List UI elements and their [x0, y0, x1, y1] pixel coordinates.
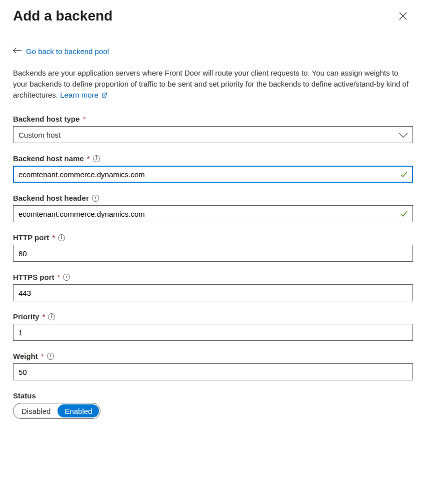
label-https-port: HTTPS port * — [13, 273, 413, 281]
go-back-row: Go back to backend pool — [13, 47, 413, 56]
label-text: Weight — [13, 352, 38, 360]
status-toggle: Disabled Enabled — [13, 403, 100, 419]
field-weight: Weight * — [13, 352, 413, 380]
close-icon — [399, 12, 407, 20]
backend-host-type-dropdown[interactable]: Custom host — [13, 126, 413, 143]
status-disabled-option[interactable]: Disabled — [14, 404, 58, 417]
field-backend-host-type: Backend host type * Custom host — [13, 115, 413, 143]
label-text: HTTP port — [13, 233, 49, 242]
label-backend-host-name: Backend host name * — [13, 154, 413, 163]
info-icon[interactable] — [92, 195, 99, 202]
label-text: Backend host name — [13, 154, 84, 163]
label-status: Status — [13, 391, 413, 400]
info-icon[interactable] — [58, 234, 65, 241]
label-text: Backend host type — [13, 115, 80, 123]
field-http-port: HTTP port * — [13, 233, 413, 262]
label-priority: Priority * — [13, 312, 413, 321]
backend-host-name-input[interactable] — [13, 166, 413, 183]
svg-line-3 — [104, 93, 106, 96]
backend-host-name-input-wrap — [13, 166, 413, 183]
learn-more-text: Learn more — [60, 91, 98, 99]
required-star: * — [52, 233, 55, 242]
priority-input[interactable] — [13, 324, 413, 341]
learn-more-link[interactable]: Learn more — [60, 91, 108, 99]
dropdown-value: Custom host — [18, 131, 60, 139]
external-link-icon — [102, 90, 108, 101]
backend-host-header-input-wrap — [13, 205, 413, 222]
weight-input[interactable] — [13, 363, 413, 380]
close-button[interactable] — [393, 6, 413, 26]
info-icon[interactable] — [63, 274, 70, 281]
info-icon[interactable] — [48, 313, 55, 320]
page-title: Add a backend — [13, 8, 112, 24]
add-backend-panel: Add a backend Go back to backend pool Ba… — [0, 0, 426, 435]
panel-description: Backends are your application servers wh… — [13, 68, 413, 101]
required-star: * — [42, 312, 46, 321]
label-text: Status — [13, 391, 36, 400]
required-star: * — [41, 352, 44, 360]
required-star: * — [82, 115, 86, 123]
info-icon[interactable] — [93, 155, 100, 162]
label-text: Priority — [13, 312, 40, 321]
field-priority: Priority * — [13, 312, 413, 341]
https-port-input[interactable] — [13, 284, 413, 301]
info-icon[interactable] — [47, 353, 54, 360]
go-back-link[interactable]: Go back to backend pool — [26, 47, 109, 56]
arrow-left-icon — [13, 47, 22, 56]
field-status: Status Disabled Enabled — [13, 391, 413, 419]
status-enabled-option[interactable]: Enabled — [58, 404, 99, 417]
backend-host-header-input[interactable] — [13, 205, 413, 222]
label-backend-host-header: Backend host header — [13, 194, 413, 202]
field-https-port: HTTPS port * — [13, 273, 413, 301]
panel-header: Add a backend — [13, 6, 413, 26]
required-star: * — [87, 154, 90, 163]
label-weight: Weight * — [13, 352, 413, 360]
label-text: Backend host header — [13, 194, 89, 202]
label-backend-host-type: Backend host type * — [13, 115, 413, 123]
field-backend-host-header: Backend host header — [13, 194, 413, 222]
http-port-input[interactable] — [13, 245, 413, 262]
field-backend-host-name: Backend host name * — [13, 154, 413, 183]
label-text: HTTPS port — [13, 273, 54, 281]
required-star: * — [58, 273, 60, 281]
label-http-port: HTTP port * — [13, 233, 413, 242]
